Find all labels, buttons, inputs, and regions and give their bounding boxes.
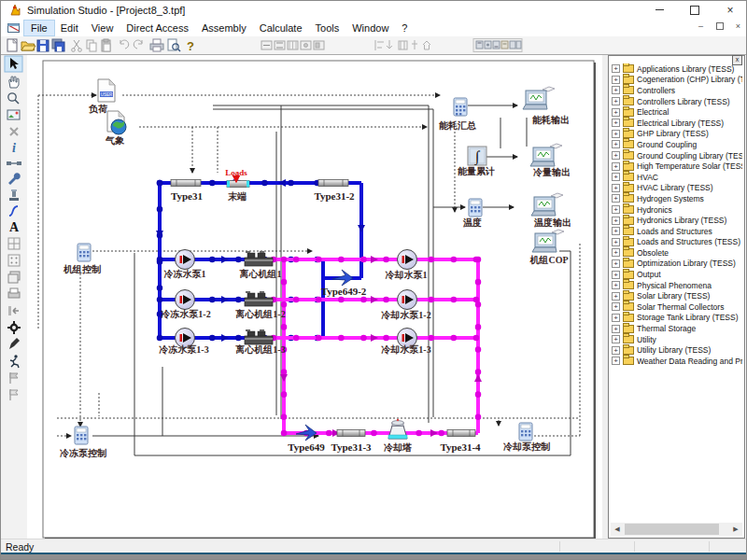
print-area-tool[interactable] bbox=[8, 288, 20, 298]
lock-button[interactable] bbox=[501, 41, 508, 49]
close-button[interactable]: × bbox=[712, 1, 747, 19]
node-type31-4-pipe[interactable] bbox=[447, 430, 475, 437]
dots-view-tool[interactable] bbox=[8, 255, 20, 266]
pan-tool[interactable] bbox=[9, 77, 19, 88]
expand-plus-icon[interactable]: + bbox=[612, 259, 620, 268]
menu-item[interactable]: File bbox=[24, 21, 54, 35]
anchor-button[interactable] bbox=[412, 40, 417, 49]
select-tool[interactable] bbox=[5, 56, 22, 72]
library-tree-item[interactable]: + Storage Tank Library (TESS) bbox=[611, 313, 742, 324]
scroll-right-icon[interactable]: ▶ bbox=[729, 523, 742, 536]
expand-plus-icon[interactable]: + bbox=[612, 314, 620, 322]
delete-tool[interactable] bbox=[10, 128, 18, 135]
flag-b-tool[interactable] bbox=[10, 389, 18, 400]
library-tree-item[interactable]: + Applications Library (TESS) bbox=[611, 63, 742, 75]
print-preview-button[interactable] bbox=[168, 39, 180, 51]
library-tree-item[interactable]: + Loads and Structures (TESS) bbox=[611, 237, 742, 248]
menu-item[interactable]: Assembly bbox=[195, 21, 253, 35]
library-tree-item[interactable]: + Electrical Library (TESS) bbox=[611, 118, 742, 129]
library-tree-item[interactable]: + Physical Phenomena bbox=[611, 280, 742, 291]
library-tree-item[interactable]: + Hydrogen Systems bbox=[611, 193, 742, 204]
expand-plus-icon[interactable]: + bbox=[612, 173, 620, 181]
stamp-tool[interactable] bbox=[9, 189, 19, 201]
library-tree-item[interactable]: + Controllers bbox=[611, 85, 742, 96]
mdi-minimize-button[interactable]: – bbox=[695, 21, 707, 31]
show-labels-button[interactable] bbox=[493, 41, 500, 49]
node-unit-ctrl-calculator[interactable] bbox=[78, 244, 91, 261]
flag-a-tool[interactable] bbox=[10, 372, 18, 384]
text-tool[interactable]: A bbox=[9, 220, 20, 234]
node-chw-pump-ctrl-calculator[interactable] bbox=[75, 427, 88, 444]
library-tree-item[interactable]: + Loads and Structures bbox=[611, 226, 742, 237]
menu-item[interactable]: Calculate bbox=[253, 21, 309, 35]
library-tree-item[interactable]: + HVAC Library (TESS) bbox=[611, 183, 742, 194]
menu-item[interactable]: ? bbox=[395, 21, 414, 35]
library-tree-item[interactable]: + Solar Thermal Collectors bbox=[611, 301, 742, 313]
node-cw-pump-ctrl-calculator[interactable] bbox=[519, 423, 532, 441]
save-all-button[interactable] bbox=[52, 39, 64, 51]
node-energy-acc-integrator[interactable]: ∫ bbox=[468, 147, 486, 166]
menu-item[interactable]: Edit bbox=[54, 21, 85, 35]
layout-button[interactable] bbox=[314, 41, 324, 49]
paste-button[interactable] bbox=[102, 39, 110, 51]
node-cw-pump2[interactable] bbox=[398, 290, 417, 310]
library-tree-item[interactable]: + Utility Library (TESS) bbox=[611, 344, 742, 356]
spline-tool[interactable] bbox=[9, 206, 18, 216]
library-tree-item[interactable]: + Cogeneration (CHP) Library (TESS) bbox=[611, 75, 742, 86]
help-button[interactable]: ? bbox=[187, 39, 194, 53]
library-tree-item[interactable]: + Electrical bbox=[611, 106, 742, 118]
minimize-button[interactable] bbox=[641, 1, 677, 19]
library-tree-item[interactable]: + Controllers Library (TESS) bbox=[611, 96, 742, 107]
expand-plus-icon[interactable]: + bbox=[612, 119, 620, 127]
redo-button[interactable] bbox=[134, 40, 142, 49]
node-type31-pipe[interactable] bbox=[171, 180, 201, 187]
print-button[interactable] bbox=[150, 39, 163, 51]
show-links-button[interactable] bbox=[485, 41, 491, 49]
library-tree-item[interactable]: + Obsolete bbox=[611, 247, 742, 259]
assembly-canvas[interactable]: USER bbox=[27, 55, 602, 539]
expand-plus-icon[interactable]: + bbox=[612, 357, 620, 365]
expand-plus-icon[interactable]: + bbox=[612, 184, 620, 192]
expand-plus-icon[interactable]: + bbox=[612, 130, 620, 138]
library-tree-item[interactable]: + Solar Library (TESS) bbox=[611, 290, 742, 301]
expand-plus-icon[interactable]: + bbox=[612, 140, 620, 148]
import-tool[interactable] bbox=[8, 306, 19, 315]
expand-plus-icon[interactable]: + bbox=[612, 346, 620, 355]
expand-plus-icon[interactable]: + bbox=[612, 194, 620, 203]
node-temp-calculator[interactable] bbox=[469, 199, 482, 217]
expand-plus-icon[interactable]: + bbox=[612, 108, 620, 117]
menu-item[interactable]: View bbox=[85, 21, 120, 35]
node-energy-sum-calculator[interactable] bbox=[454, 98, 467, 116]
expand-plus-icon[interactable]: + bbox=[612, 76, 620, 84]
cut-button[interactable] bbox=[72, 40, 82, 51]
menu-item[interactable]: Tools bbox=[309, 21, 346, 35]
pen-tool[interactable] bbox=[9, 338, 20, 349]
settings-tool[interactable] bbox=[7, 321, 21, 334]
home-button[interactable] bbox=[423, 41, 430, 49]
library-tree-item[interactable]: + Output bbox=[611, 269, 742, 280]
menu-item[interactable]: Direct Access bbox=[120, 21, 195, 35]
align-down-button[interactable] bbox=[387, 40, 392, 49]
maximize-button[interactable] bbox=[677, 1, 712, 19]
library-tree-item[interactable]: + Hydronics bbox=[611, 204, 742, 216]
expand-plus-icon[interactable]: + bbox=[612, 302, 620, 311]
expand-plus-icon[interactable]: + bbox=[612, 162, 620, 171]
panel-hscrollbar[interactable]: ◀ ▶ bbox=[611, 523, 742, 536]
expand-plus-icon[interactable]: + bbox=[612, 335, 620, 343]
mdi-close-button[interactable]: × bbox=[732, 21, 744, 31]
layers-tool[interactable] bbox=[8, 272, 20, 283]
zoom-extents-button[interactable] bbox=[275, 41, 285, 49]
library-tree-item[interactable]: + Ground Coupling bbox=[611, 139, 742, 150]
node-chw-pump2[interactable] bbox=[176, 290, 195, 310]
library-tree-item[interactable]: + Utility bbox=[611, 334, 742, 345]
library-tree-item[interactable]: + Optimization Library (TESS) bbox=[611, 259, 742, 270]
align-left-button[interactable] bbox=[375, 40, 384, 50]
distribute-button[interactable] bbox=[399, 41, 407, 49]
library-tree-item[interactable]: + High Temperature Solar (TESS) bbox=[611, 161, 742, 172]
run-tool[interactable] bbox=[10, 355, 19, 368]
expand-plus-icon[interactable]: + bbox=[612, 205, 620, 214]
expand-plus-icon[interactable]: + bbox=[612, 292, 620, 301]
scroll-left-icon[interactable]: ◀ bbox=[611, 523, 624, 536]
expand-plus-icon[interactable]: + bbox=[612, 217, 620, 225]
expand-plus-icon[interactable]: + bbox=[612, 64, 620, 73]
